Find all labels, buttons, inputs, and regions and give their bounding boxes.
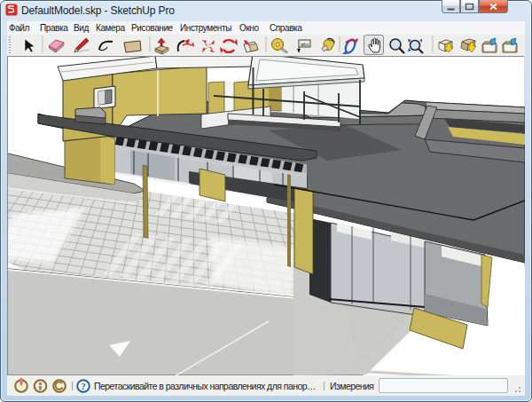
svg-text:abc: abc — [301, 42, 309, 47]
svg-text:?: ? — [81, 381, 86, 391]
